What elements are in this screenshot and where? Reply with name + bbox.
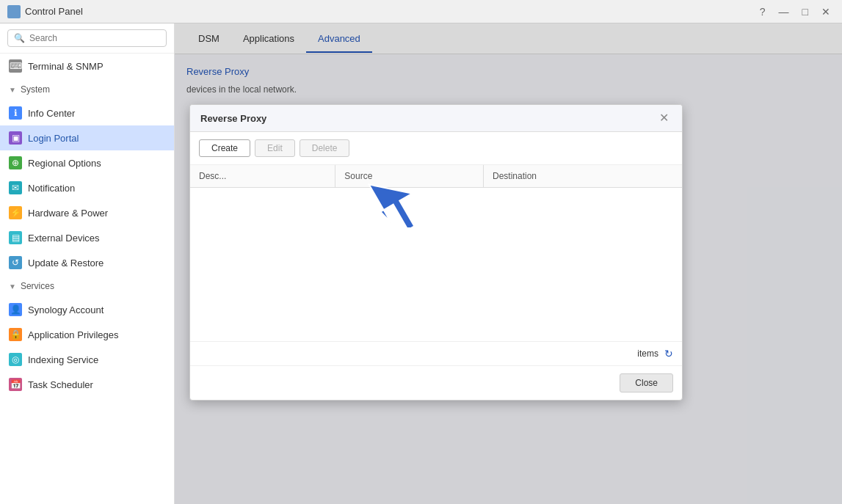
sidebar-item-regional-options[interactable]: ⊕ Regional Options xyxy=(0,150,174,175)
app-title: Control Panel xyxy=(25,6,83,17)
system-section-label: System xyxy=(21,84,50,95)
hardware-power-label: Hardware & Power xyxy=(28,208,108,219)
info-center-icon: ℹ xyxy=(9,106,22,120)
info-center-label: Info Center xyxy=(28,108,75,119)
search-input[interactable] xyxy=(29,33,160,43)
modal-table-container: Desc... Source Destination xyxy=(190,165,682,341)
modal-header: Reverse Proxy ✕ xyxy=(190,105,682,132)
sidebar-item-application-privileges[interactable]: 🔒 Application Privileges xyxy=(0,322,174,347)
refresh-button[interactable]: ↻ xyxy=(664,348,673,359)
modal-toolbar: Create Edit Delete xyxy=(190,132,682,165)
modal-title: Reverse Proxy xyxy=(200,113,266,124)
sidebar: 🔍 ⌨ Terminal & SNMP ▼ System ℹ Info Cent… xyxy=(0,23,175,504)
proxy-table: Desc... Source Destination xyxy=(190,165,682,188)
col-source: Source xyxy=(335,165,484,188)
indexing-service-icon: ◎ xyxy=(9,353,22,366)
regional-options-label: Regional Options xyxy=(28,158,101,169)
sidebar-item-notification[interactable]: ✉ Notification xyxy=(0,175,174,200)
notification-label: Notification xyxy=(28,183,75,194)
app-icon xyxy=(7,5,21,18)
hardware-power-icon: ⚡ xyxy=(9,206,22,219)
modal-actions: Close xyxy=(190,365,682,400)
search-box[interactable]: 🔍 xyxy=(7,29,167,47)
terminal-icon: ⌨ xyxy=(9,59,22,73)
sidebar-item-indexing-service[interactable]: ◎ Indexing Service xyxy=(0,347,174,372)
synology-account-icon: 👤 xyxy=(9,303,22,316)
sidebar-item-hardware-power[interactable]: ⚡ Hardware & Power xyxy=(0,200,174,225)
regional-options-icon: ⊕ xyxy=(9,156,22,169)
update-restore-icon: ↺ xyxy=(9,256,22,269)
login-portal-label: Login Portal xyxy=(28,133,79,144)
close-modal-button[interactable]: Close xyxy=(620,373,673,392)
create-button[interactable]: Create xyxy=(199,139,250,157)
chevron-icon: ▼ xyxy=(9,86,16,94)
application-privileges-label: Application Privileges xyxy=(28,329,119,340)
items-count-label: items xyxy=(637,348,658,359)
col-desc: Desc... xyxy=(190,165,335,188)
indexing-service-label: Indexing Service xyxy=(28,354,98,365)
col-destination: Destination xyxy=(483,165,682,188)
minimize-button[interactable]: — xyxy=(774,4,794,19)
sidebar-item-terminal-snmp[interactable]: ⌨ Terminal & SNMP xyxy=(0,54,174,78)
services-section-header[interactable]: ▼ Services xyxy=(0,275,174,297)
sidebar-item-login-portal[interactable]: ▣ Login Portal xyxy=(0,125,174,150)
update-restore-label: Update & Restore xyxy=(28,258,104,269)
reverse-proxy-modal: Reverse Proxy ✕ Create Edit Delete Desc.… xyxy=(189,104,683,401)
titlebar: Control Panel ? — □ ✕ xyxy=(0,0,842,23)
help-button[interactable]: ? xyxy=(755,4,770,19)
restore-button[interactable]: □ xyxy=(798,4,813,19)
external-devices-icon: ▤ xyxy=(9,231,22,244)
sidebar-item-task-scheduler[interactable]: 📅 Task Scheduler xyxy=(0,372,174,397)
delete-button[interactable]: Delete xyxy=(300,139,350,157)
modal-footer-bar: items ↻ xyxy=(190,341,682,365)
modal-close-button[interactable]: ✕ xyxy=(656,112,672,124)
close-window-button[interactable]: ✕ xyxy=(817,4,835,19)
login-portal-icon: ▣ xyxy=(9,131,22,145)
sidebar-item-synology-account[interactable]: 👤 Synology Account xyxy=(0,297,174,322)
services-chevron-icon: ▼ xyxy=(9,282,16,291)
sidebar-item-external-devices[interactable]: ▤ External Devices xyxy=(0,225,174,250)
edit-button[interactable]: Edit xyxy=(255,139,295,157)
synology-account-label: Synology Account xyxy=(28,304,104,315)
search-icon: 🔍 xyxy=(14,33,25,43)
sidebar-item-update-restore[interactable]: ↺ Update & Restore xyxy=(0,250,174,275)
terminal-snmp-label: Terminal & SNMP xyxy=(28,61,104,72)
task-scheduler-label: Task Scheduler xyxy=(28,379,93,390)
content-area: DSM Applications Advanced Reverse Proxy … xyxy=(175,23,842,504)
services-section-label: Services xyxy=(21,281,54,291)
task-scheduler-icon: 📅 xyxy=(9,378,22,391)
search-area: 🔍 xyxy=(0,23,174,54)
external-devices-label: External Devices xyxy=(28,233,100,244)
system-section-header[interactable]: ▼ System xyxy=(0,78,174,101)
notification-icon: ✉ xyxy=(9,181,22,194)
application-privileges-icon: 🔒 xyxy=(9,328,22,341)
sidebar-item-info-center[interactable]: ℹ Info Center xyxy=(0,101,174,125)
